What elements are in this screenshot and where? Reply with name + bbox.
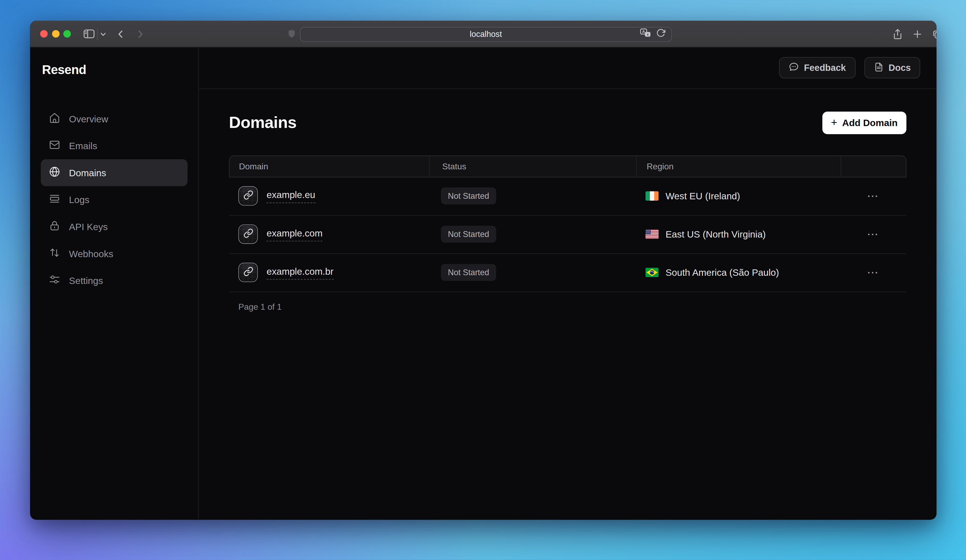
mail-icon bbox=[48, 138, 61, 152]
sidebar-nav: Overview Emails bbox=[30, 105, 198, 294]
add-domain-label: Add Domain bbox=[842, 117, 898, 128]
domain-cell: example.eu bbox=[229, 186, 428, 206]
table-header-row: Domain Status Region bbox=[229, 155, 906, 177]
share-icon bbox=[892, 28, 904, 40]
us-flag bbox=[646, 229, 659, 239]
lock-icon bbox=[48, 219, 61, 234]
sidebar: Resend Overview bbox=[30, 47, 199, 519]
column-header-actions bbox=[841, 156, 906, 177]
svg-text:x: x bbox=[647, 33, 649, 36]
docs-button[interactable]: Docs bbox=[864, 57, 920, 78]
top-toolbar: Feedback Docs bbox=[199, 47, 936, 88]
domain-cell: example.com.br bbox=[229, 263, 428, 282]
brazil-flag bbox=[646, 268, 659, 277]
feedback-button[interactable]: Feedback bbox=[779, 57, 855, 78]
actions-cell: ··· bbox=[840, 268, 906, 277]
new-tab-button[interactable] bbox=[912, 20, 923, 47]
home-icon bbox=[48, 111, 61, 126]
sidebar-item-label: Settings bbox=[69, 275, 103, 286]
tabs-overview-icon bbox=[931, 28, 936, 39]
reload-icon[interactable] bbox=[656, 28, 665, 40]
page-title: Domains bbox=[229, 113, 296, 132]
feedback-bubble-icon bbox=[789, 62, 799, 74]
region-cell: West EU (Ireland) bbox=[636, 190, 840, 201]
actions-cell: ··· bbox=[840, 192, 906, 201]
sidebar-item-api-keys[interactable]: API Keys bbox=[41, 213, 188, 240]
back-button[interactable] bbox=[115, 20, 126, 47]
logs-icon bbox=[48, 192, 61, 206]
sidebar-item-logs[interactable]: Logs bbox=[41, 186, 188, 213]
region-label: South America (São Paulo) bbox=[665, 267, 779, 278]
add-domain-button[interactable]: + Add Domain bbox=[822, 111, 906, 134]
resend-logo: Resend bbox=[30, 62, 198, 77]
stage: localhost A x bbox=[0, 0, 966, 560]
tab-group-menu-button[interactable] bbox=[99, 20, 107, 47]
arrows-up-down-icon bbox=[48, 246, 61, 260]
desktop-background: localhost A x bbox=[0, 0, 966, 560]
sidebar-item-webhooks[interactable]: Webhooks bbox=[41, 240, 188, 267]
browser-titlebar: localhost A x bbox=[30, 20, 936, 47]
status-badge: Not Started bbox=[441, 264, 496, 281]
minimize-window-button[interactable] bbox=[52, 30, 59, 38]
domain-cell: example.com bbox=[229, 224, 428, 244]
document-icon bbox=[874, 62, 884, 74]
share-button[interactable] bbox=[892, 20, 904, 47]
feedback-label: Feedback bbox=[804, 63, 846, 73]
table-row[interactable]: example.eu Not Started bbox=[229, 177, 906, 215]
maximize-window-button[interactable] bbox=[64, 30, 71, 38]
plus-icon bbox=[912, 28, 923, 39]
privacy-shield-icon bbox=[287, 28, 297, 42]
sidebar-item-settings[interactable]: Settings bbox=[41, 267, 188, 294]
column-header-domain: Domain bbox=[230, 156, 429, 177]
translate-icon[interactable]: A x bbox=[640, 28, 651, 40]
sidebar-item-label: API Keys bbox=[69, 221, 108, 232]
tab-overview-button[interactable] bbox=[931, 20, 936, 47]
row-menu-button[interactable]: ··· bbox=[867, 229, 879, 239]
domain-link[interactable]: example.eu bbox=[266, 189, 315, 203]
sidebar-item-label: Logs bbox=[69, 194, 89, 205]
chevron-right-icon bbox=[135, 28, 146, 39]
table-row[interactable]: example.com.br Not Started bbox=[229, 254, 906, 292]
table-row[interactable]: example.com Not Started bbox=[229, 215, 906, 254]
domains-page: Domains + Add Domain Domain Status Regio… bbox=[199, 88, 936, 311]
docs-label: Docs bbox=[889, 63, 911, 73]
url-text: localhost bbox=[470, 29, 502, 39]
link-icon bbox=[243, 228, 253, 241]
row-menu-button[interactable]: ··· bbox=[867, 192, 879, 201]
domain-favicon-button[interactable] bbox=[238, 186, 258, 206]
domains-table: Domain Status Region bbox=[229, 155, 906, 292]
main-content: Feedback Docs bbox=[199, 47, 936, 519]
domain-link[interactable]: example.com bbox=[266, 227, 323, 241]
toggle-sidebar-button[interactable] bbox=[83, 20, 95, 47]
sidebar-item-overview[interactable]: Overview bbox=[41, 105, 188, 132]
app-root: Resend Overview bbox=[30, 47, 936, 519]
row-menu-button[interactable]: ··· bbox=[867, 268, 879, 277]
sidebar-toggle-icon bbox=[83, 28, 95, 40]
forward-button[interactable] bbox=[135, 20, 146, 47]
link-icon bbox=[243, 190, 253, 202]
region-label: West EU (Ireland) bbox=[665, 190, 740, 201]
window-controls bbox=[40, 30, 71, 38]
status-cell: Not Started bbox=[428, 187, 636, 205]
column-header-status: Status bbox=[429, 156, 636, 177]
chevron-down-icon bbox=[99, 30, 107, 38]
domain-favicon-button[interactable] bbox=[238, 224, 258, 244]
sidebar-item-domains[interactable]: Domains bbox=[41, 159, 188, 186]
domain-favicon-button[interactable] bbox=[238, 263, 258, 282]
globe-icon bbox=[48, 165, 61, 179]
chevron-left-icon bbox=[115, 28, 126, 39]
url-bar[interactable]: localhost A x bbox=[300, 26, 672, 42]
svg-text:A: A bbox=[642, 29, 645, 34]
sidebar-item-label: Webhooks bbox=[69, 248, 113, 259]
region-cell: South America (São Paulo) bbox=[636, 267, 840, 278]
pagination-label: Page 1 of 1 bbox=[229, 302, 906, 311]
url-bar-icons: A x bbox=[640, 27, 666, 41]
close-window-button[interactable] bbox=[40, 30, 48, 38]
link-icon bbox=[243, 266, 253, 279]
domain-link[interactable]: example.com.br bbox=[266, 265, 334, 279]
region-cell: East US (North Virginia) bbox=[636, 229, 840, 239]
status-cell: Not Started bbox=[428, 226, 636, 242]
sidebar-item-emails[interactable]: Emails bbox=[41, 132, 188, 159]
actions-cell: ··· bbox=[840, 229, 906, 239]
page-header: Domains + Add Domain bbox=[229, 111, 906, 134]
